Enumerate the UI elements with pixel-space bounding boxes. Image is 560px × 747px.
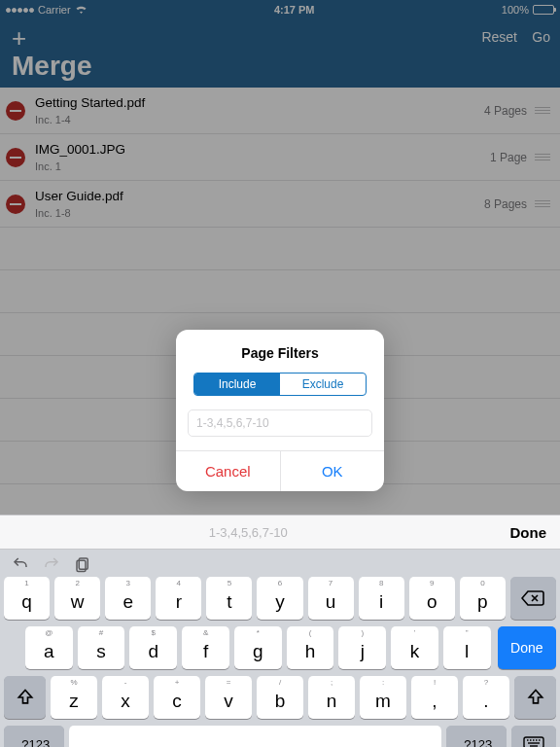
key-b[interactable]: /b — [257, 676, 303, 719]
key-m[interactable]: :m — [360, 676, 406, 719]
key-p[interactable]: 0p — [460, 577, 506, 620]
backspace-key[interactable] — [510, 577, 556, 620]
key-y[interactable]: 6y — [257, 577, 302, 620]
filter-segmented-control[interactable]: Include Exclude — [193, 373, 367, 396]
key-f[interactable]: &f — [182, 626, 229, 669]
shift-key-right[interactable] — [514, 676, 556, 719]
key-q[interactable]: 1q — [4, 577, 50, 620]
key-dot[interactable]: ?. — [463, 676, 509, 719]
space-key[interactable] — [69, 726, 441, 747]
key-j[interactable]: )j — [338, 626, 386, 669]
page-range-input[interactable] — [188, 409, 372, 437]
segment-include[interactable]: Include — [194, 374, 280, 395]
keyboard-edit-bar — [4, 555, 556, 577]
hide-keyboard-icon — [522, 735, 545, 747]
key-g[interactable]: *g — [234, 626, 282, 669]
ok-button[interactable]: OK — [281, 451, 385, 491]
key-x[interactable]: -x — [102, 676, 149, 719]
hide-keyboard-key[interactable] — [511, 726, 556, 747]
key-o[interactable]: 9o — [409, 577, 455, 620]
key-l[interactable]: "l — [443, 626, 491, 669]
key-z[interactable]: %z — [51, 676, 97, 719]
modal-title: Page Filters — [176, 330, 384, 373]
key-t[interactable]: 5t — [206, 577, 252, 620]
shift-icon — [16, 688, 35, 707]
key-k[interactable]: 'k — [391, 626, 438, 669]
input-hint: 1-3,4,5,6,7-10 — [0, 525, 497, 540]
mode-key-right[interactable]: .?123 — [446, 726, 507, 747]
accessory-done-button[interactable]: Done — [497, 524, 561, 541]
keyboard: 1q2w3e4r5t6y7u8i9o0p @a#s$d&f*g(h)j'k"lD… — [0, 550, 560, 747]
key-h[interactable]: (h — [287, 626, 334, 669]
clipboard-icon[interactable] — [74, 555, 91, 573]
key-r[interactable]: 4r — [156, 577, 201, 620]
key-a[interactable]: @a — [25, 626, 73, 669]
redo-icon[interactable] — [43, 555, 60, 573]
key-w[interactable]: 2w — [54, 577, 100, 620]
undo-icon[interactable] — [12, 555, 29, 573]
backspace-icon — [521, 589, 544, 607]
key-s[interactable]: #s — [78, 626, 125, 669]
key-d[interactable]: $d — [129, 626, 177, 669]
mode-key[interactable]: .?123 — [4, 726, 64, 747]
keyboard-done-key[interactable]: Done — [498, 626, 556, 669]
key-comma[interactable]: !, — [411, 676, 458, 719]
key-n[interactable]: ;n — [308, 676, 355, 719]
key-u[interactable]: 7u — [308, 577, 354, 620]
key-e[interactable]: 3e — [105, 577, 151, 620]
key-v[interactable]: =v — [205, 676, 252, 719]
page-filters-modal: Page Filters Include Exclude Cancel OK — [176, 330, 384, 491]
shift-icon — [526, 688, 545, 707]
key-i[interactable]: 8i — [359, 577, 404, 620]
segment-exclude[interactable]: Exclude — [280, 374, 366, 395]
cancel-button[interactable]: Cancel — [176, 451, 281, 491]
key-c[interactable]: +c — [154, 676, 200, 719]
shift-key[interactable] — [4, 676, 46, 719]
keyboard-accessory: 1-3,4,5,6,7-10 Done — [0, 515, 560, 550]
